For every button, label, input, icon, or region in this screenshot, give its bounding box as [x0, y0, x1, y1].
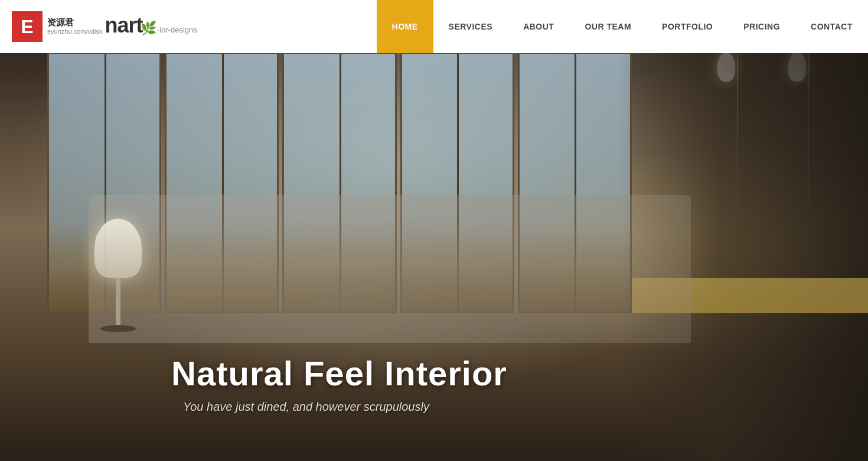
nav-item-home[interactable]: HOME — [377, 0, 433, 53]
lamp-foot — [100, 325, 136, 332]
lamp-shade — [94, 219, 142, 278]
logo-text-block: 资源君 eyunzhu.com/vdisk — [47, 17, 103, 35]
hero-title: Natural Feel Interior — [171, 353, 507, 393]
hero-section: Natural Feel Interior You have just dine… — [0, 0, 868, 461]
nav-item-pricing[interactable]: PRICING — [728, 0, 795, 53]
hero-subtitle: You have just dined, and however scrupul… — [183, 400, 429, 414]
nav-item-services[interactable]: SERVICES — [433, 0, 508, 53]
logo-chinese-name: 资源君 — [47, 17, 103, 28]
logo-brand: nart 🌿 ·ior-designs — [105, 13, 197, 41]
floor-lamp — [83, 219, 154, 337]
header: E 资源君 eyunzhu.com/vdisk nart 🌿 ·ior-desi… — [0, 0, 868, 53]
logo-e-icon[interactable]: E — [12, 11, 43, 42]
logo-nart-text: nart — [105, 13, 143, 38]
logo-url: eyunzhu.com/vdisk — [47, 28, 103, 35]
nav-item-portfolio[interactable]: PORTFOLIO — [647, 0, 728, 53]
lamp-base — [116, 278, 120, 325]
hero-subtitle-row: You have just dined, and however scrupul… — [171, 400, 507, 414]
logo-leaf-icon: 🌿 — [141, 21, 156, 36]
couch-area — [89, 195, 691, 343]
logo-area: E 资源君 eyunzhu.com/vdisk nart 🌿 ·ior-desi… — [0, 11, 201, 42]
nav-item-our-team[interactable]: OUR TEAM — [569, 0, 647, 53]
nav-item-contact[interactable]: CONTACT — [795, 0, 868, 53]
nav-item-about[interactable]: ABOUT — [508, 0, 569, 53]
main-nav: HOME SERVICES ABOUT OUR TEAM PORTFOLIO P… — [377, 0, 868, 53]
hero-text-block: Natural Feel Interior You have just dine… — [171, 353, 507, 414]
logo-subtitle: ·ior-designs — [158, 25, 197, 34]
